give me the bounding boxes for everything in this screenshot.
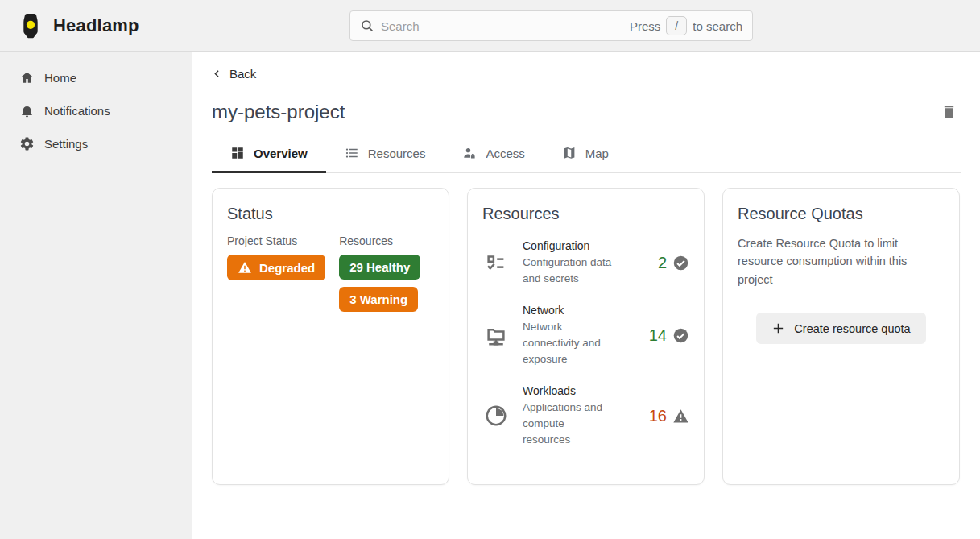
brand: Headlamp xyxy=(16,11,139,40)
sidebar-item-label: Settings xyxy=(44,137,88,151)
tab-label: Access xyxy=(486,147,524,160)
project-status-column: Project Status Degraded xyxy=(227,234,325,312)
slash-keycap: / xyxy=(666,16,687,35)
global-search[interactable]: Press / to search xyxy=(349,10,753,41)
to-search-label: to search xyxy=(693,19,742,33)
resource-description: Configuration data and secrets xyxy=(523,255,613,287)
badge-label: 3 Warning xyxy=(349,292,407,306)
search-shortcut-hint: Press / to search xyxy=(630,16,742,35)
count-value: 2 xyxy=(658,254,667,272)
tab-access[interactable]: Access xyxy=(444,143,543,172)
resource-count: 14 xyxy=(649,326,689,345)
chevron-left-icon xyxy=(212,68,222,79)
tab-label: Map xyxy=(585,147,609,160)
badge-label: Degraded xyxy=(259,261,315,275)
resource-text: Configuration Configuration data and sec… xyxy=(523,239,613,287)
resource-name: Network xyxy=(523,304,613,317)
map-icon xyxy=(562,146,577,160)
topbar: Headlamp Press / to search xyxy=(0,0,980,52)
sidebar-item-settings[interactable]: Settings xyxy=(0,127,192,160)
trash-icon xyxy=(941,103,957,120)
resource-count: 16 xyxy=(649,407,689,425)
press-label: Press xyxy=(630,19,660,33)
folder-network-icon xyxy=(482,323,510,347)
delete-project-button[interactable] xyxy=(937,100,961,123)
card-title: Resource Quotas xyxy=(738,205,945,223)
healthy-badge: 29 Healthy xyxy=(339,255,420,280)
resource-row-workloads[interactable]: Workloads Applications and compute resou… xyxy=(482,384,689,448)
resource-name: Configuration xyxy=(523,239,613,252)
page-title: my-pets-project xyxy=(212,101,345,123)
resource-text: Workloads Applications and compute resou… xyxy=(523,384,613,448)
back-button[interactable]: Back xyxy=(212,67,256,81)
project-tabs: Overview Resources xyxy=(212,143,961,173)
sidebar: Home Notifications Settings xyxy=(0,52,192,539)
overview-cards: Status Project Status Degraded xyxy=(212,188,961,485)
tab-resources[interactable]: Resources xyxy=(326,143,445,172)
resource-description: Applications and compute resources xyxy=(523,400,613,448)
search-icon xyxy=(360,19,374,33)
count-value: 16 xyxy=(649,407,667,425)
checklist-icon xyxy=(482,251,510,275)
warning-badge: 3 Warning xyxy=(339,287,418,312)
count-value: 14 xyxy=(649,326,667,345)
resource-count: 2 xyxy=(658,254,689,272)
create-resource-quota-button[interactable]: Create resource quota xyxy=(756,313,925,344)
resource-row-network[interactable]: Network Network connectivity and exposur… xyxy=(482,304,689,367)
tab-overview[interactable]: Overview xyxy=(212,143,326,172)
resource-description: Network connectivity and exposure xyxy=(523,319,613,367)
sidebar-item-label: Notifications xyxy=(44,104,110,118)
tab-map[interactable]: Map xyxy=(544,143,627,172)
resources-status-column: Resources 29 Healthy 3 Warning xyxy=(339,234,420,312)
project-status-badge: Degraded xyxy=(227,255,325,280)
resource-row-configuration[interactable]: Configuration Configuration data and sec… xyxy=(482,239,689,287)
badge-label: 29 Healthy xyxy=(349,260,410,274)
card-title: Status xyxy=(227,205,434,223)
warning-triangle-icon xyxy=(238,260,252,275)
warning-triangle-icon xyxy=(672,408,689,425)
dashboard-icon xyxy=(230,146,245,160)
account-lock-icon xyxy=(462,146,477,160)
resources-label: Resources xyxy=(339,234,420,247)
resource-text: Network Network connectivity and exposur… xyxy=(523,304,613,367)
sidebar-item-label: Home xyxy=(44,71,76,85)
resource-name: Workloads xyxy=(523,384,613,397)
tab-label: Resources xyxy=(368,147,426,160)
headlamp-logo-icon xyxy=(16,11,45,40)
sidebar-item-home[interactable]: Home xyxy=(0,61,192,94)
check-circle-icon xyxy=(672,255,689,272)
resource-quotas-card: Resource Quotas Create Resource Quota to… xyxy=(722,188,960,485)
list-icon xyxy=(345,146,359,160)
brand-name: Headlamp xyxy=(53,15,139,36)
quota-description: Create Resource Quota to limit resource … xyxy=(738,234,945,288)
button-label: Create resource quota xyxy=(794,322,910,335)
project-status-label: Project Status xyxy=(227,234,325,247)
sidebar-item-notifications[interactable]: Notifications xyxy=(0,94,192,127)
check-circle-icon xyxy=(672,327,689,344)
search-input[interactable] xyxy=(381,19,630,33)
home-icon xyxy=(19,70,35,85)
plus-icon xyxy=(771,321,785,335)
resources-card: Resources Configuration xyxy=(467,188,705,485)
back-label: Back xyxy=(229,67,256,81)
status-card: Status Project Status Degraded xyxy=(212,188,449,485)
bell-icon xyxy=(19,103,35,118)
card-title: Resources xyxy=(482,205,689,223)
main-content: Back my-pets-project Overview xyxy=(192,52,980,539)
gear-icon xyxy=(19,136,35,151)
tab-label: Overview xyxy=(254,147,308,160)
circle-slice-icon xyxy=(482,404,510,428)
